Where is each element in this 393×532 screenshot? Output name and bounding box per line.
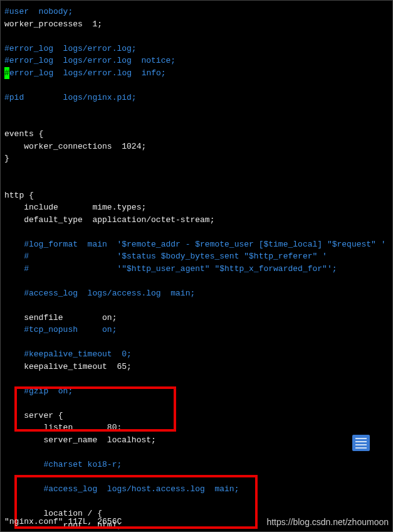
code-line: #log_format main '$remote_addr - $remote… bbox=[4, 238, 389, 251]
code-line bbox=[4, 79, 389, 92]
code-line bbox=[4, 446, 389, 459]
code-line: #pid logs/nginx.pid; bbox=[4, 92, 389, 104]
code-line bbox=[4, 275, 389, 287]
code-line: #keepalive_timeout 0; bbox=[4, 348, 389, 361]
vim-status-line: "nginx.conf" 117L, 2656C bbox=[4, 516, 122, 528]
code-editor[interactable]: #user nobody;worker_processes 1; #error_… bbox=[1, 1, 392, 532]
code-line: include mime.types; bbox=[4, 201, 389, 214]
code-line: worker_connections 1024; bbox=[4, 141, 389, 153]
code-line: #error_log logs/error.log; bbox=[4, 43, 389, 55]
code-line bbox=[4, 165, 389, 178]
code-line bbox=[4, 30, 389, 43]
code-line: keepalive_timeout 65; bbox=[4, 361, 389, 373]
code-line: #error_log logs/error.log info; bbox=[4, 67, 389, 80]
code-line: http { bbox=[4, 189, 389, 202]
code-line: #error_log logs/error.log notice; bbox=[4, 55, 389, 67]
menu-icon[interactable] bbox=[352, 435, 370, 451]
code-line: #charset koi8-r; bbox=[4, 459, 389, 471]
watermark-text: https://blog.csdn.net/zhoumoon bbox=[266, 516, 389, 529]
code-line: sendfile on; bbox=[4, 312, 389, 324]
code-line: listen 80; bbox=[4, 422, 389, 434]
code-line: #tcp_nopush on; bbox=[4, 324, 389, 336]
code-line: #gzip on; bbox=[4, 385, 389, 398]
code-line: #user nobody; bbox=[4, 6, 389, 18]
code-line bbox=[4, 495, 389, 508]
code-line bbox=[4, 397, 389, 410]
code-line bbox=[4, 177, 389, 189]
code-line: worker_processes 1; bbox=[4, 18, 389, 31]
code-line: server { bbox=[4, 410, 389, 422]
code-line bbox=[4, 299, 389, 312]
code-line: events { bbox=[4, 128, 389, 141]
code-line: #access_log logs/access.log main; bbox=[4, 287, 389, 300]
code-line: } bbox=[4, 152, 389, 165]
code-line bbox=[4, 104, 389, 116]
code-line: default_type application/octet-stream; bbox=[4, 214, 389, 226]
code-line bbox=[4, 373, 389, 385]
code-line bbox=[4, 471, 389, 483]
code-line: # '"$http_user_agent" "$http_x_forwarded… bbox=[4, 263, 389, 275]
code-line: # '$status $body_bytes_sent "$http_refer… bbox=[4, 250, 389, 263]
code-line bbox=[4, 116, 389, 129]
code-line bbox=[4, 336, 389, 349]
code-line: #access_log logs/host.access.log main; bbox=[4, 483, 389, 496]
code-line bbox=[4, 226, 389, 238]
code-line: server_name localhost; bbox=[4, 434, 389, 447]
